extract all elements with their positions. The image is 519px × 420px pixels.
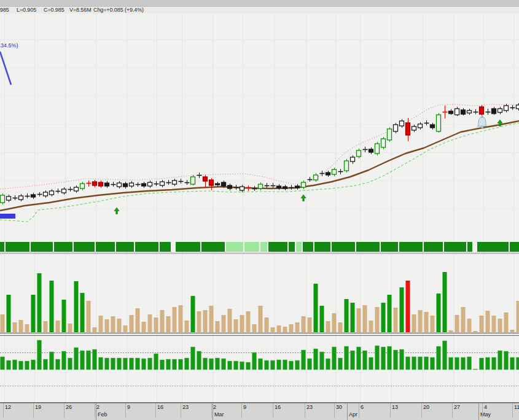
volume-bar (381, 303, 386, 332)
volume-bar (87, 301, 91, 332)
date-axis[interactable]: FebMarAprMay1219262916232916233061320274… (0, 403, 519, 420)
chart-canvas[interactable] (0, 0, 519, 420)
trend-strip-segment (160, 242, 171, 252)
volume-bar (68, 324, 72, 332)
indicator-bar (271, 360, 275, 370)
candle-body (222, 182, 226, 186)
indicator-bar (56, 359, 60, 370)
candle-body (332, 169, 337, 174)
trend-strip-segment (116, 242, 134, 252)
indicator-bar (13, 360, 17, 370)
volume-bar (31, 295, 36, 332)
month-label: Mar (214, 411, 224, 418)
trendline-marker[interactable] (0, 214, 15, 219)
volume-bar (504, 313, 509, 332)
candle-body (302, 182, 306, 187)
trend-strip-segment (444, 242, 466, 252)
indicator-bar (160, 360, 165, 370)
markers (0, 52, 502, 219)
date-tick (155, 403, 156, 418)
date-tick-label: 9 (243, 404, 246, 410)
indicator-bar (154, 354, 158, 370)
volume-bar (400, 287, 404, 332)
date-tick-label: 30 (336, 404, 342, 410)
volume-bar (492, 316, 496, 332)
volume-bars (0, 272, 519, 333)
volume-value: V=8.56M (69, 7, 92, 13)
indicator-bar (197, 351, 201, 370)
indicator-bar (326, 359, 330, 370)
candle-body (62, 189, 66, 193)
candle-body (130, 183, 134, 186)
volume-bar (62, 300, 66, 332)
indicator-bar (369, 357, 373, 370)
candle-body (467, 111, 472, 113)
indicator-bar (455, 357, 459, 370)
date-tick-label: 2 (96, 404, 100, 410)
indicator-bar (517, 357, 519, 370)
candle-body (44, 192, 48, 196)
month-label: Apr (349, 411, 357, 418)
volume-bar (154, 317, 158, 332)
candle-body (437, 115, 441, 131)
volume-bar (240, 315, 244, 332)
date-tick (482, 403, 483, 418)
indicator-bar (265, 360, 269, 370)
volume-bar (431, 316, 435, 332)
trend-strip-segment (201, 242, 225, 252)
candle-body (314, 175, 318, 180)
indicator-bar (37, 340, 42, 370)
candle-body (191, 177, 195, 184)
indicator-bar (332, 347, 337, 370)
candle-body (117, 183, 122, 187)
title-bar-strip (0, 0, 519, 7)
volume-bar (375, 307, 380, 332)
volume-bar (105, 319, 109, 332)
volume-bar (173, 307, 177, 332)
alert-bell-icon[interactable] (478, 116, 487, 128)
trend-strip-segment (296, 242, 302, 252)
volume-bar (332, 313, 337, 332)
volume-bar (461, 307, 466, 332)
date-tick-label: 16 (275, 404, 281, 410)
indicator-bar (510, 357, 515, 370)
candle-body (455, 109, 459, 115)
volume-bar (308, 317, 312, 332)
date-tick-label: 19 (35, 404, 41, 410)
trend-strip (0, 242, 519, 254)
date-tick-label: 23 (182, 404, 189, 410)
date-tick (125, 403, 126, 418)
trend-strip-segment (510, 242, 519, 252)
trend-strip-segment (268, 242, 287, 252)
indicator-bar (375, 346, 380, 370)
volume-bar (295, 322, 300, 332)
indicator-bar (480, 358, 484, 370)
candle-body (504, 106, 509, 111)
trend-strip-segment (244, 242, 259, 252)
volume-bar (179, 305, 183, 332)
indicator-bar (363, 351, 367, 370)
indicator-bar (87, 351, 91, 370)
volume-bar (289, 324, 294, 332)
candle-body (50, 191, 54, 195)
candle-body (295, 186, 300, 188)
date-tick (512, 403, 513, 418)
volume-bar (160, 310, 165, 332)
trend-strip-segment (289, 242, 295, 252)
trend-strip-segment (226, 242, 243, 252)
indicator-bar (74, 348, 79, 370)
indicator-bar (474, 369, 478, 370)
indicator-bars (0, 336, 519, 403)
candle-body (345, 161, 349, 171)
candle-body (412, 126, 416, 130)
date-tick-label: 9 (127, 404, 130, 410)
indicator-bar (123, 358, 128, 370)
indicator-bar (80, 351, 85, 370)
volume-bar (252, 324, 257, 332)
candles (1, 103, 519, 204)
indicator-bar (191, 347, 195, 370)
candle-body (19, 196, 23, 200)
volume-bar (394, 308, 398, 332)
volume-bar (259, 306, 263, 332)
volume-bar (130, 315, 134, 332)
